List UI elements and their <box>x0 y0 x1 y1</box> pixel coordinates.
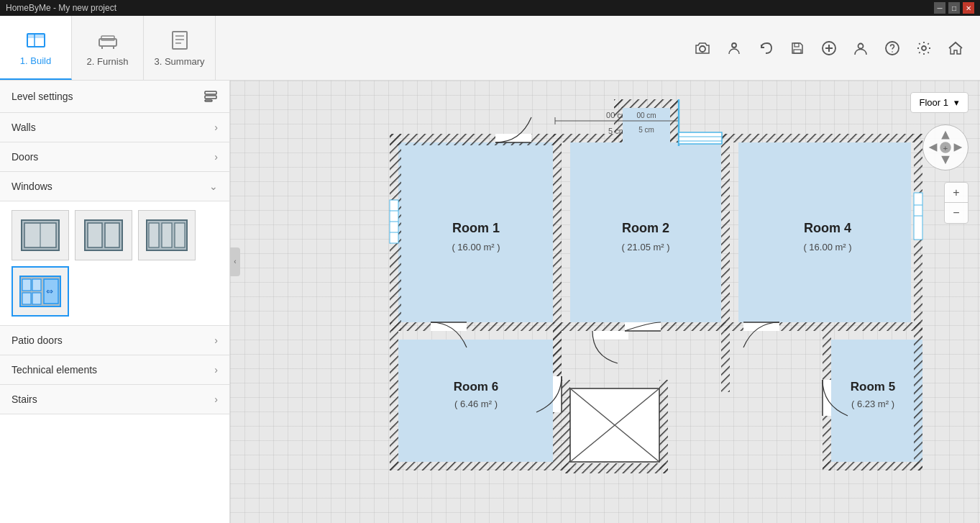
svg-marker-119 <box>941 156 950 165</box>
windows-panel: ⇔ <box>0 201 229 326</box>
main-layout: Level settings Walls › Doors › Windows ⌄ <box>0 81 980 523</box>
zoom-in-button[interactable]: + <box>945 183 968 203</box>
level-settings-label: Level settings <box>12 91 73 102</box>
walls-label: Walls <box>12 122 36 133</box>
sidebar: Level settings Walls › Doors › Windows ⌄ <box>0 81 230 523</box>
home-button[interactable] <box>943 35 968 61</box>
svg-rect-32 <box>149 223 159 247</box>
camera-button[interactable] <box>690 35 715 61</box>
undo-button[interactable] <box>753 35 779 61</box>
svg-rect-55 <box>721 134 730 331</box>
floor-selector[interactable]: Floor 1 ▾ <box>910 92 968 113</box>
windows-chevron: ⌄ <box>209 181 218 192</box>
svg-rect-24 <box>205 100 212 101</box>
svg-text:( 16.00 m² ): ( 16.00 m² ) <box>803 242 851 253</box>
svg-rect-70 <box>562 463 668 473</box>
svg-rect-49 <box>390 134 562 145</box>
svg-rect-66 <box>823 462 922 470</box>
tab-summary-label: 3. Summary <box>154 56 204 67</box>
svg-rect-76 <box>721 331 730 392</box>
svg-text:( 16.00 m² ): ( 16.00 m² ) <box>452 242 500 253</box>
stairs-label: Stairs <box>12 394 37 405</box>
tab-furnish[interactable]: 2. Furnish <box>72 16 144 80</box>
windows-label: Windows <box>12 181 52 192</box>
svg-text:Room 1: Room 1 <box>452 221 499 235</box>
svg-rect-34 <box>175 223 185 247</box>
svg-rect-79 <box>614 99 679 108</box>
svg-point-12 <box>732 43 736 47</box>
level-settings-header[interactable]: Level settings <box>0 81 229 113</box>
window-single[interactable] <box>12 210 69 260</box>
svg-rect-51 <box>553 134 562 331</box>
svg-rect-85 <box>625 322 661 331</box>
svg-text:( 6.46 m² ): ( 6.46 m² ) <box>454 399 498 409</box>
nav-pad[interactable]: + <box>922 124 968 170</box>
tab-build[interactable]: 1. Build <box>0 16 72 80</box>
person-button[interactable] <box>721 35 747 61</box>
svg-point-20 <box>892 51 893 53</box>
svg-rect-63 <box>390 462 562 470</box>
titlebar-controls: ─ □ ✕ <box>934 2 974 14</box>
walls-chevron: › <box>214 122 218 133</box>
level-settings-icon <box>203 89 218 104</box>
svg-rect-112 <box>679 132 722 144</box>
svg-text:5 cm: 5 cm <box>638 126 654 134</box>
floor-selector-chevron: ▾ <box>954 97 959 108</box>
svg-rect-36 <box>22 279 31 291</box>
sidebar-item-walls[interactable]: Walls › <box>0 113 229 142</box>
window-triple[interactable] <box>138 210 196 260</box>
close-button[interactable]: ✕ <box>963 2 974 14</box>
svg-marker-118 <box>941 131 950 140</box>
svg-rect-33 <box>162 223 172 247</box>
svg-text:+: + <box>943 143 948 153</box>
maximize-button[interactable]: □ <box>948 2 960 14</box>
stairs-chevron: › <box>214 394 218 405</box>
svg-text:Room 6: Room 6 <box>453 380 498 394</box>
svg-rect-7 <box>173 32 187 49</box>
help-button[interactable] <box>879 35 905 61</box>
svg-rect-71 <box>659 380 668 473</box>
svg-rect-62 <box>390 331 398 470</box>
windows-grid: ⇔ <box>0 201 229 326</box>
sidebar-item-doors[interactable]: Doors › <box>0 142 229 172</box>
sidebar-item-technical[interactable]: Technical elements › <box>0 355 229 385</box>
tab-summary[interactable]: 3. Summary <box>144 16 216 80</box>
svg-rect-23 <box>205 96 216 99</box>
svg-rect-65 <box>914 331 922 470</box>
floor-plan: 00 cm 5 cm <box>370 99 959 505</box>
svg-text:Room 2: Room 2 <box>621 221 669 235</box>
canvas-area[interactable]: 00 cm 5 cm <box>230 81 980 523</box>
svg-rect-39 <box>32 293 41 304</box>
zoom-controls: + − <box>944 182 968 224</box>
settings-button[interactable] <box>911 35 937 61</box>
zoom-out-button[interactable]: − <box>945 203 968 223</box>
titlebar-title: HomeByMe - My new project <box>6 3 116 13</box>
toolbar: 1. Build 2. Furnish 3. Summary <box>0 16 980 81</box>
sidebar-item-patio-doors[interactable]: Patio doors › <box>0 326 229 355</box>
minimize-button[interactable]: ─ <box>934 2 945 14</box>
sidebar-item-stairs[interactable]: Stairs › <box>0 385 229 414</box>
svg-point-21 <box>922 46 926 50</box>
svg-rect-84 <box>592 331 628 340</box>
account-button[interactable] <box>848 35 874 61</box>
tab-furnish-label: 2. Furnish <box>87 56 129 67</box>
svg-rect-30 <box>105 223 119 247</box>
svg-point-11 <box>700 46 705 52</box>
window-double[interactable] <box>75 210 132 260</box>
floor-selector-label: Floor 1 <box>920 97 948 108</box>
patio-doors-chevron: › <box>214 335 218 346</box>
svg-text:( 21.05 m² ): ( 21.05 m² ) <box>621 242 669 253</box>
sidebar-collapse-handle[interactable]: ‹ <box>230 247 240 276</box>
window-bay[interactable]: ⇔ <box>12 266 69 317</box>
toolbar-right-icons <box>690 35 980 61</box>
save-button[interactable] <box>784 35 810 61</box>
svg-rect-1 <box>27 34 45 38</box>
sidebar-item-windows[interactable]: Windows ⌄ <box>0 172 229 201</box>
doors-label: Doors <box>12 151 38 163</box>
svg-rect-58 <box>730 134 922 142</box>
svg-rect-52 <box>390 322 562 331</box>
svg-point-18 <box>858 43 864 48</box>
svg-text:Room 4: Room 4 <box>803 221 851 235</box>
add-button[interactable] <box>816 35 842 61</box>
svg-rect-69 <box>562 380 570 473</box>
